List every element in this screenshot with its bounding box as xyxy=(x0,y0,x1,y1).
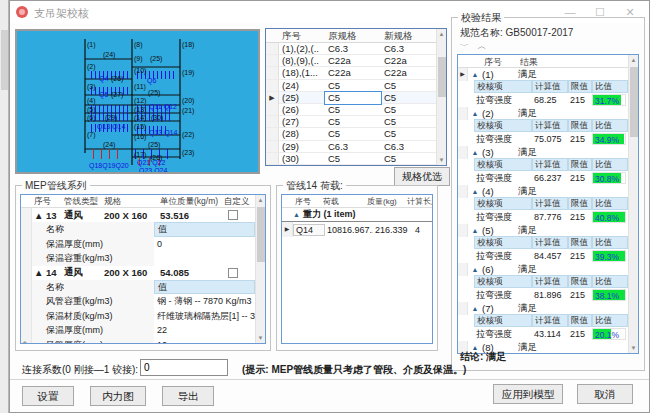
column-header[interactable]: 序号 xyxy=(32,195,62,207)
load-group-row[interactable]: ▲ 重力 (1 item) xyxy=(282,208,432,222)
collapse-icon[interactable]: ▲ xyxy=(468,71,482,78)
table-row[interactable]: (24)C5C5 xyxy=(266,80,446,92)
table-row[interactable]: (1),(2),(..C6.3C6.3 xyxy=(266,43,446,55)
property-value[interactable]: 22 xyxy=(154,323,255,338)
cell[interactable]: (30) xyxy=(279,153,325,164)
cell[interactable]: C5 xyxy=(325,80,381,91)
column-header[interactable]: 计算值 xyxy=(532,275,568,288)
scroll-up-icon[interactable]: ▲ xyxy=(629,55,638,65)
cell[interactable]: (8),(9),(.. xyxy=(279,55,325,66)
column-header[interactable]: 计算值 xyxy=(532,197,568,210)
check-value-row[interactable]: 拉弯强度43.11421520.1% xyxy=(458,327,628,341)
connection-coef-input[interactable] xyxy=(140,359,228,376)
property-value[interactable]: 值 xyxy=(154,222,255,237)
column-header[interactable]: 规格 xyxy=(102,195,158,207)
column-header[interactable]: 计算值 xyxy=(532,158,568,171)
column-header[interactable]: 比值 xyxy=(592,275,628,288)
property-value[interactable]: 纤维玻璃棉隔热层[1] -- 32 K.. xyxy=(154,309,255,324)
column-header[interactable]: 限值 xyxy=(568,314,592,327)
collapse-icon[interactable]: ▲ xyxy=(468,110,482,117)
column-header[interactable]: 质量(kg) xyxy=(365,195,405,207)
check-value-row[interactable]: 拉弯强度84.45721539.3% xyxy=(458,249,628,263)
cell[interactable]: (18),(1... xyxy=(279,67,325,78)
result-group-row[interactable]: ▶▲(1)满足 xyxy=(458,68,628,80)
cancel-button[interactable]: 取消 xyxy=(577,384,633,404)
column-header[interactable]: 比值 xyxy=(592,158,628,171)
column-header[interactable]: 校核项 xyxy=(474,158,532,171)
column-header[interactable]: 限值 xyxy=(568,236,592,249)
load-row[interactable]: ▶Q1410816.967..216.3394 xyxy=(282,222,432,237)
pipeline-detail-row[interactable]: 名称值 xyxy=(21,280,255,295)
chevron-down-icon[interactable]: ▼ xyxy=(246,341,253,344)
column-header[interactable]: 校核项 xyxy=(474,314,532,327)
expand-collapse-icons[interactable]: ﹀ ︿ xyxy=(460,40,490,53)
check-value-row[interactable]: 拉弯强度87.77621540.8% xyxy=(458,210,628,224)
property-value[interactable]: 10▼ xyxy=(154,338,255,344)
cell[interactable]: C5 xyxy=(325,116,381,127)
cell[interactable]: C22a xyxy=(325,67,381,78)
cell[interactable]: (26) xyxy=(279,104,325,115)
table-row[interactable]: (27)C5C5 xyxy=(266,116,446,128)
column-header[interactable]: 计算值 xyxy=(532,119,568,132)
column-header[interactable]: 比值 xyxy=(592,197,628,210)
column-header[interactable]: 校核项 xyxy=(474,119,532,132)
column-header[interactable]: 校核项 xyxy=(474,236,532,249)
collapse-icon[interactable]: ▲ xyxy=(468,188,482,195)
cell[interactable]: (27) xyxy=(279,116,325,127)
pipeline-detail-row[interactable]: 名称值 xyxy=(21,222,255,237)
property-value[interactable]: 值 xyxy=(154,280,255,295)
cell[interactable]: C6.3 xyxy=(325,141,381,152)
table-row[interactable]: (30)C5C5 xyxy=(266,153,446,165)
cell[interactable]: (25) xyxy=(279,92,325,104)
result-group-row[interactable]: ▲(2)满足 xyxy=(458,107,628,119)
result-group-row[interactable]: ▲(5)满足 xyxy=(458,224,628,236)
scrollbar-thumb[interactable] xyxy=(257,207,265,262)
result-group-row[interactable]: ▲(6)满足 xyxy=(458,263,628,275)
check-value-row[interactable]: 拉弯强度81.89621538.1% xyxy=(458,288,628,302)
collapse-icon[interactable]: ▲ xyxy=(293,211,300,218)
column-header[interactable]: 校核项 xyxy=(474,197,532,210)
result-group-row[interactable]: ▲(4)满足 xyxy=(458,185,628,197)
column-header[interactable]: 比值 xyxy=(592,314,628,327)
table-row[interactable]: (8),(9),(..C22aC22a xyxy=(266,55,446,67)
column-header[interactable]: 单位质量(kg/m) xyxy=(158,195,222,207)
table-row[interactable]: (28)C5C5 xyxy=(266,128,446,140)
column-header[interactable]: 限值 xyxy=(568,275,592,288)
pipeline-detail-row[interactable]: 风管容重(kg/m3)钢 - 薄钢 -- 7870 Kg/m3 xyxy=(21,294,255,309)
pipeline-detail-row[interactable]: 保温材质(kg/m3)纤维玻璃棉隔热层[1] -- 32 K.. xyxy=(21,309,255,324)
collapse-icon[interactable]: ▲ xyxy=(468,149,482,156)
table-row[interactable]: (18),(1...C22aC22a xyxy=(266,67,446,79)
table-row[interactable]: ▶(25)C5C5 xyxy=(266,92,446,104)
check-value-row[interactable]: 拉弯强度66.23721530.8% xyxy=(458,171,628,185)
settings-button[interactable]: 设置 xyxy=(22,386,74,406)
column-header[interactable]: 比值 xyxy=(592,236,628,249)
table-row[interactable]: (29)C6.3C6.3 xyxy=(266,141,446,153)
cell[interactable]: (1),(2),(.. xyxy=(279,43,325,54)
collapse-icon[interactable]: ▲ xyxy=(468,227,482,234)
scroll-up-icon[interactable]: ▲ xyxy=(437,29,446,39)
result-group-row[interactable]: ▲(3)满足 xyxy=(458,146,628,158)
pipeline-detail-row[interactable]: 保温厚度(mm)22 xyxy=(21,323,255,338)
scrollbar-thumb[interactable] xyxy=(630,67,638,137)
column-header[interactable]: 计算长度(m) xyxy=(405,195,432,207)
property-value[interactable] xyxy=(154,251,255,266)
column-header[interactable]: 校核项 xyxy=(474,275,532,288)
cell[interactable]: C5 xyxy=(325,104,381,115)
mep-table-scrollbar[interactable]: ▲ ▼ xyxy=(255,195,265,343)
collapse-icon[interactable]: ▲ xyxy=(468,266,482,273)
column-header[interactable]: 限值 xyxy=(568,80,592,93)
column-header[interactable]: 管线类型 xyxy=(62,195,102,207)
check-value-row[interactable]: 拉弯强度68.2521531.7% xyxy=(458,93,628,107)
apply-to-model-button[interactable]: 应用到模型 xyxy=(493,384,563,404)
force-diagram-button[interactable]: 内力图 xyxy=(90,386,146,406)
cell[interactable]: C5 xyxy=(325,92,381,104)
custom-checkbox[interactable] xyxy=(228,210,238,220)
custom-checkbox[interactable] xyxy=(228,268,238,278)
column-header[interactable]: 荷载 xyxy=(321,195,365,207)
cell[interactable]: C6.3 xyxy=(325,43,381,54)
column-header[interactable]: 序号 xyxy=(279,29,325,42)
scroll-down-icon[interactable]: ▼ xyxy=(437,155,446,165)
scroll-down-icon[interactable]: ▼ xyxy=(256,333,265,343)
column-header[interactable]: 自定义 xyxy=(222,195,255,207)
spec-optimize-button[interactable]: 规格优选 xyxy=(394,167,450,186)
